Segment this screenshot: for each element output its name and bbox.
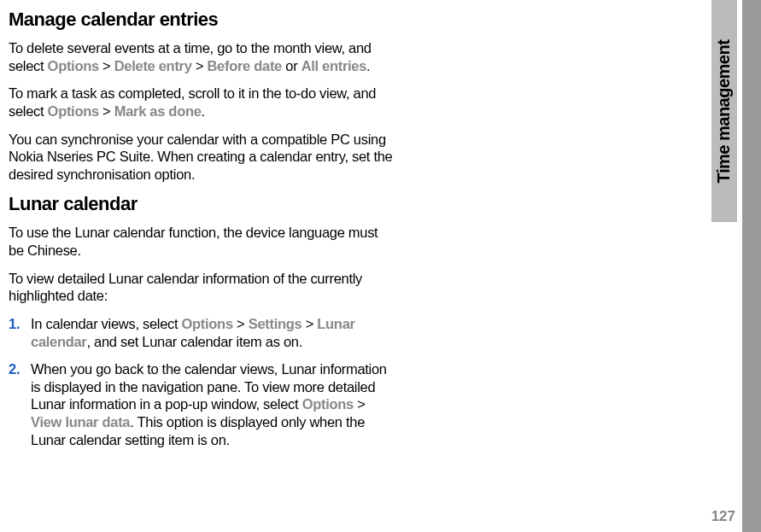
menu-options: Options: [48, 103, 99, 119]
paragraph-lunar-info: To view detailed Lunar calendar informat…: [9, 270, 395, 305]
text: .: [202, 103, 205, 119]
paragraph-lunar-language: To use the Lunar calendar function, the …: [9, 224, 395, 259]
menu-mark-as-done: Mark as done: [114, 103, 202, 119]
menu-options: Options: [48, 58, 99, 73]
separator: >: [99, 58, 114, 73]
separator: >: [99, 103, 114, 119]
paragraph-delete-events: To delete several events at a time, go t…: [9, 39, 395, 74]
text: In calendar views, select: [31, 316, 182, 331]
list-number: 2.: [9, 360, 20, 378]
menu-before-date: Before date: [208, 58, 282, 73]
separator: >: [233, 316, 249, 331]
menu-options: Options: [302, 396, 354, 412]
heading-manage-calendar: Manage calendar entries: [9, 9, 395, 31]
paragraph-mark-done: To mark a task as completed, scroll to i…: [9, 85, 395, 120]
side-tab: Time management: [711, 0, 737, 222]
separator: >: [301, 316, 317, 331]
list-item: 2. When you go back to the calendar view…: [9, 360, 395, 448]
menu-delete-entry: Delete entry: [114, 58, 192, 73]
numbered-list: 1. In calendar views, select Options > S…: [9, 315, 395, 448]
side-bar: [742, 0, 761, 532]
list-number: 1.: [9, 315, 20, 333]
menu-settings: Settings: [249, 316, 302, 331]
page-content: Manage calendar entries To delete severa…: [0, 0, 395, 448]
menu-view-lunar-data: View lunar data: [31, 414, 130, 430]
page-number: 127: [711, 508, 735, 525]
separator: >: [354, 396, 366, 412]
text: or: [282, 58, 301, 73]
paragraph-sync: You can synchronise your calendar with a…: [9, 131, 395, 184]
text: , and set Lunar calendar item as on.: [86, 334, 301, 349]
menu-all-entries: All entries: [301, 58, 366, 73]
heading-lunar-calendar: Lunar calendar: [9, 193, 395, 215]
side-tab-label: Time management: [715, 39, 735, 183]
list-item: 1. In calendar views, select Options > S…: [9, 315, 395, 350]
menu-options: Options: [182, 316, 233, 331]
separator: >: [192, 58, 208, 73]
text: .: [366, 58, 370, 73]
